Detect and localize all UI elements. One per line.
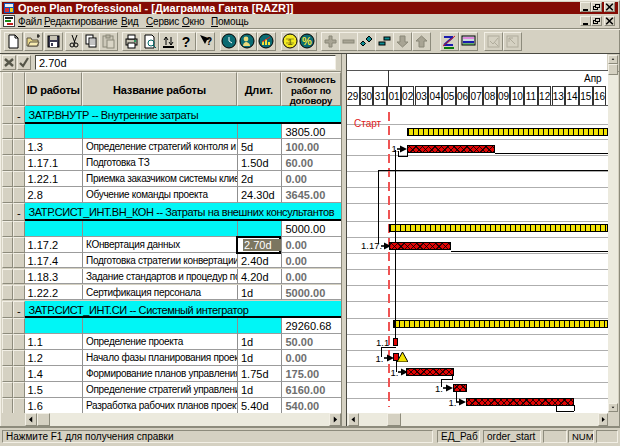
svg-text:1: 1 — [287, 37, 292, 47]
svg-text:?: ? — [182, 34, 191, 50]
svg-text:?: ? — [206, 36, 212, 47]
svg-text:%: % — [302, 35, 312, 47]
